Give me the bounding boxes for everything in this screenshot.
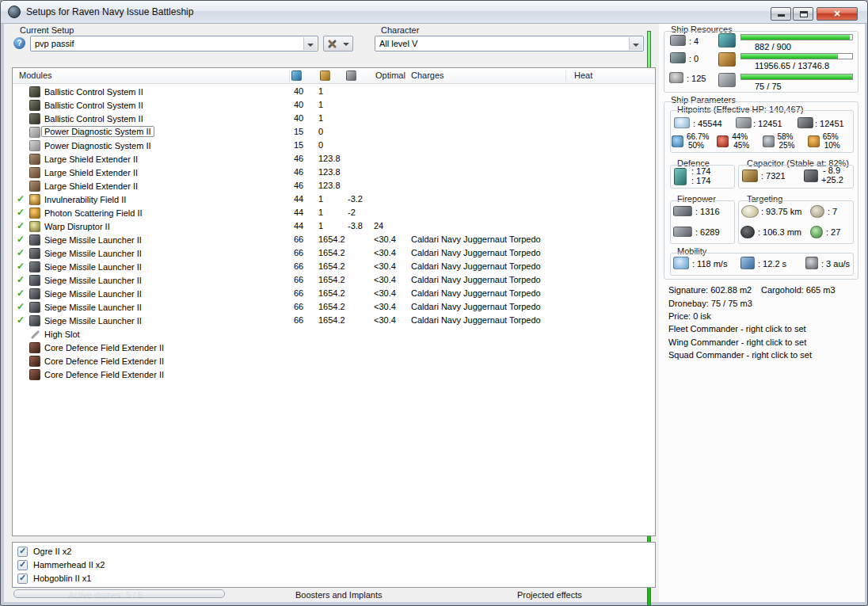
module-name: Siege Missile Launcher II (44, 289, 142, 299)
fleet-commander-text[interactable]: Fleet Commander - right click to set (668, 324, 806, 333)
module-cap-value: -3.2 (348, 194, 363, 204)
module-row[interactable]: High Slot (13, 328, 655, 341)
module-row[interactable]: Power Diagnostic System II 15 0 (13, 126, 655, 139)
module-powergrid-value: 1 (318, 221, 323, 231)
module-row[interactable]: Core Defence Field Extender II (13, 341, 655, 355)
module-row[interactable]: ✓ Invulnerability Field II 44 1 -3.2 (13, 193, 655, 207)
module-row[interactable]: Power Diagnostic System II 15 0 (13, 139, 655, 153)
maximize-button[interactable] (793, 7, 813, 21)
module-charge: Caldari Navy Juggernaut Torpedo (411, 275, 541, 284)
shield-resist-value: 58% (778, 132, 794, 141)
module-row[interactable]: Core Defence Field Extender II (13, 368, 655, 382)
module-charge: Caldari Navy Juggernaut Torpedo (411, 302, 541, 311)
module-row[interactable]: ✓ Siege Missile Launcher II 66 1654.2 <3… (13, 301, 655, 314)
defence-top-value: : 174 (691, 166, 710, 176)
drone-row[interactable]: ✓ Hobgoblin II x1 (13, 572, 655, 585)
module-name: Warp Disruptor II (44, 222, 110, 231)
module-row[interactable]: Large Shield Extender II 46 123.8 (13, 166, 655, 180)
drone-bandwidth-value: 75 / 75 (755, 82, 782, 91)
launcher-hardpoints-value: : 0 (689, 54, 699, 63)
powergrid-bar (740, 53, 853, 59)
module-row[interactable]: Core Defence Field Extender II (13, 355, 655, 368)
module-row[interactable]: ✓ Siege Missile Launcher II 66 1654.2 <3… (13, 247, 655, 261)
module-name: Ballistic Control System II (44, 87, 143, 97)
drone-label: Hobgoblin II x1 (33, 574, 91, 583)
module-row[interactable]: ✓ Photon Scattering Field II 44 1 -2 (13, 207, 655, 220)
module-name: Core Defence Field Extender II (44, 370, 164, 379)
chevron-down-icon (343, 43, 349, 46)
lse-module-icon (29, 167, 40, 178)
module-name: Core Defence Field Extender II (44, 356, 164, 366)
drone-checkbox[interactable]: ✓ (17, 560, 28, 570)
module-optimal-value: <30.4 (374, 288, 396, 298)
module-row[interactable]: Ballistic Control System II 40 1 (13, 99, 655, 112)
module-row[interactable]: ✓ Siege Missile Launcher II 66 1654.2 <3… (13, 234, 655, 247)
cpu-bar (740, 34, 853, 40)
defence-icon (674, 168, 687, 185)
titlebar[interactable]: Setups for Raven Navy Issue Battleship ✕ (1, 1, 867, 24)
armor-resist-value: 10% (824, 141, 840, 150)
module-row[interactable]: Large Shield Extender II 46 123.8 (13, 153, 655, 166)
current-setup-label: Current Setup (20, 25, 74, 35)
setup-tools-button[interactable] (323, 36, 353, 51)
module-charge: Caldari Navy Juggernaut Torpedo (411, 248, 541, 257)
col-optimal[interactable]: Optimal (375, 71, 405, 80)
minimize-button[interactable] (771, 7, 791, 21)
module-cpu-value: 66 (294, 261, 303, 271)
close-button[interactable]: ✕ (817, 7, 858, 21)
drone-checkbox[interactable]: ✓ (17, 574, 28, 584)
col-modules[interactable]: Modules (19, 71, 52, 80)
powergrid-column-icon[interactable] (320, 71, 330, 81)
dps-icon (673, 227, 692, 237)
turret-hardpoints-icon (670, 35, 686, 46)
module-row[interactable]: ✓ Siege Missile Launcher II 66 1654.2 <3… (13, 314, 655, 328)
module-row[interactable]: Ballistic Control System II 40 1 (13, 86, 655, 99)
drone-bandwidth-bar (740, 74, 853, 80)
tab-boosters-implants[interactable]: Boosters and Implants (295, 590, 382, 600)
column-separator (565, 71, 566, 82)
shield-resist-value: 65% (823, 132, 839, 141)
wing-commander-text[interactable]: Wing Commander - right click to set (668, 337, 806, 347)
col-heat[interactable]: Heat (574, 71, 592, 80)
module-name: Siege Missile Launcher II (44, 276, 142, 285)
module-powergrid-value: 0 (318, 140, 323, 150)
module-optimal-value: <30.4 (374, 248, 396, 257)
module-row[interactable]: ✓ Siege Missile Launcher II 66 1654.2 <3… (13, 274, 655, 288)
drone-row[interactable]: ✓ Hammerhead II x2 (13, 558, 655, 572)
horizontal-scrollbar[interactable] (13, 589, 225, 598)
powergrid-icon (718, 52, 736, 67)
module-cpu-value: 40 (294, 113, 303, 123)
capacitor-column-icon[interactable] (346, 71, 356, 81)
col-charges[interactable]: Charges (411, 71, 444, 80)
module-powergrid-value: 1 (318, 86, 323, 96)
cpu-column-icon[interactable] (291, 71, 302, 81)
squad-commander-text[interactable]: Squad Commander - right click to set (668, 350, 812, 360)
module-powergrid-value: 1654.2 (318, 261, 345, 271)
app-icon[interactable] (8, 6, 21, 18)
module-row[interactable]: ✓ Siege Missile Launcher II 66 1654.2 <3… (13, 288, 655, 301)
setup-select[interactable]: pvp passif (30, 36, 318, 51)
module-charge: Caldari Navy Juggernaut Torpedo (411, 288, 541, 298)
module-row[interactable]: Large Shield Extender II 46 123.8 (13, 180, 655, 193)
drone-row[interactable]: ✓ Ogre II x2 (13, 545, 655, 558)
module-cpu-value: 66 (294, 288, 303, 298)
calibration-icon (669, 72, 683, 83)
warp-module-icon (29, 221, 40, 232)
module-name: Ballistic Control System II (44, 101, 143, 110)
module-row[interactable]: Ballistic Control System II 40 1 (13, 112, 655, 126)
help-icon[interactable]: ? (13, 37, 25, 49)
module-row[interactable]: ✓ Warp Disruptor II 44 1 -3.8 24 (13, 220, 655, 234)
tab-projected-effects[interactable]: Projected effects (517, 590, 582, 600)
module-powergrid-value: 1 (318, 208, 323, 217)
character-select-value: All level V (379, 39, 417, 48)
em-resist-icon (672, 135, 683, 147)
capacitor-amount-value: : 7321 (761, 171, 786, 181)
drone-checkbox[interactable]: ✓ (17, 547, 28, 557)
module-row[interactable]: ✓ Siege Missile Launcher II 66 1654.2 <3… (13, 261, 655, 274)
siege-module-icon (29, 275, 40, 286)
character-label: Character (381, 25, 419, 35)
character-select[interactable]: All level V (375, 36, 644, 51)
module-powergrid-value: 1654.2 (318, 315, 345, 325)
module-powergrid-value: 1 (318, 100, 323, 109)
drone-label: Ogre II x2 (33, 547, 71, 556)
